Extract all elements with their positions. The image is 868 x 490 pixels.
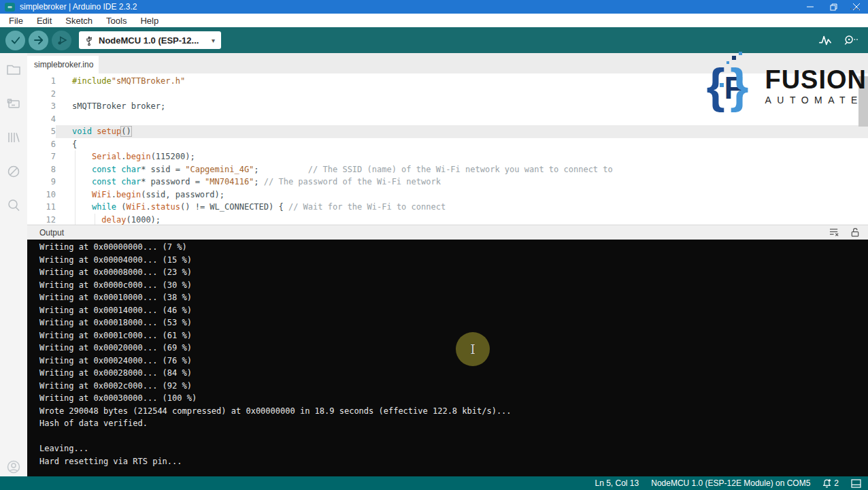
right-arrow-icon	[33, 34, 45, 46]
sketchbook-tab[interactable]	[5, 61, 22, 78]
board-port-status[interactable]: NodeMCU 1.0 (ESP-12E Module) on COM5	[651, 478, 810, 488]
console-line	[39, 430, 868, 443]
arduino-ide-window: ∞ simplebroker | Arduino IDE 2.3.2 File …	[0, 0, 868, 490]
activity-sidebar	[0, 53, 27, 476]
code-line: 9 const char* password = "MN704116"; // …	[27, 176, 868, 189]
code-line: 8 const char* ssid = "Capgemini_4G"; // …	[27, 163, 868, 176]
console-line: Wrote 290048 bytes (212544 compressed) a…	[39, 405, 868, 418]
code-line: 12 delay(1000);	[27, 214, 868, 225]
debug-icon	[56, 34, 68, 46]
search-icon	[5, 197, 22, 214]
library-manager-tab[interactable]	[5, 129, 22, 146]
editor-more-actions-icon[interactable]: ···	[850, 3, 861, 14]
code-line: 7 Serial.begin(115200);	[27, 150, 868, 163]
board-icon	[5, 95, 22, 112]
serial-plotter-icon	[818, 33, 833, 47]
output-panel-header: Output	[27, 225, 868, 240]
serial-plotter-button[interactable]	[818, 33, 833, 47]
toolbar: NodeMCU 1.0 (ESP-12... ▾	[0, 27, 868, 53]
console-line: Writing at 0x00020000... (69 %)	[39, 342, 868, 355]
menu-help[interactable]: Help	[133, 14, 165, 27]
console-line: Hard resetting via RTS pin...	[39, 455, 868, 468]
console-line: Writing at 0x00018000... (53 %)	[39, 316, 868, 329]
console-line: Writing at 0x0001c000... (61 %)	[39, 329, 868, 342]
console-line: Writing at 0x00030000... (100 %)	[39, 392, 868, 405]
titlebar: ∞ simplebroker | Arduino IDE 2.3.2	[0, 0, 868, 14]
console-line: Writing at 0x00028000... (84 %)	[39, 367, 868, 380]
restore-button[interactable]	[822, 0, 845, 14]
menu-file[interactable]: File	[2, 14, 30, 27]
tab-label: simplebroker.ino	[34, 60, 93, 69]
notification-count: 2	[834, 478, 839, 488]
code-line: 5void setup()	[27, 125, 868, 138]
verify-button[interactable]	[5, 31, 25, 50]
debug-disabled-icon	[5, 163, 22, 180]
check-icon	[10, 34, 22, 46]
boards-manager-tab[interactable]	[5, 95, 22, 112]
indent-guide	[75, 150, 76, 225]
fusion-automate-logo: { F } FUSION AUTOMATE	[706, 59, 867, 113]
console-line: Writing at 0x00010000... (38 %)	[39, 291, 868, 304]
arduino-app-icon: ∞	[5, 3, 15, 12]
console-line: Writing at 0x00014000... (46 %)	[39, 304, 868, 317]
output-title: Output	[39, 228, 64, 238]
menubar: File Edit Sketch Tools Help	[0, 14, 868, 27]
logo-sub-text: AUTOMATE	[765, 95, 867, 105]
debug-button[interactable]	[52, 31, 71, 50]
panel-layout-icon	[851, 479, 861, 488]
menu-sketch[interactable]: Sketch	[59, 14, 99, 27]
console-line: Leaving...	[39, 442, 868, 455]
search-tab[interactable]	[5, 197, 22, 214]
console-line: Writing at 0x00008000... (23 %)	[39, 266, 868, 279]
console-line: Writing at 0x00000000... (7 %)	[39, 241, 868, 254]
console-line: Hash of data verified.	[39, 417, 868, 430]
indent-guide	[95, 214, 95, 225]
notifications-button[interactable]: 2	[822, 478, 839, 488]
menu-tools[interactable]: Tools	[99, 14, 133, 27]
statusbar: Ln 5, Col 13 NodeMCU 1.0 (ESP-12E Module…	[0, 476, 868, 490]
output-console[interactable]: Writing at 0x00000000... (7 %)Writing at…	[27, 240, 868, 476]
upload-button[interactable]	[29, 31, 48, 50]
serial-monitor-icon	[842, 33, 858, 47]
fusion-logo-mark: { F }	[706, 59, 759, 113]
ibeam-cursor-icon: I	[470, 342, 475, 357]
menu-edit[interactable]: Edit	[30, 14, 59, 27]
debug-tab[interactable]	[5, 163, 22, 180]
chevron-down-icon: ▾	[212, 37, 215, 44]
cursor-position[interactable]: Ln 5, Col 13	[595, 478, 639, 488]
account-icon	[5, 459, 22, 475]
bell-icon	[822, 478, 831, 488]
logo-brace-right: }	[730, 59, 748, 113]
clear-output-icon[interactable]	[829, 227, 839, 238]
minimize-button[interactable]	[799, 0, 822, 14]
autoscroll-lock-icon[interactable]	[850, 227, 860, 238]
code-line: 6{	[27, 138, 868, 151]
books-icon	[5, 129, 22, 146]
folder-icon	[5, 61, 22, 78]
code-line: 10 WiFi.begin(ssid, password);	[27, 189, 868, 201]
account-button[interactable]	[5, 459, 22, 475]
code-line: 11 while (WiFi.status() != WL_CONNECTED)…	[27, 201, 868, 214]
console-line: Writing at 0x00004000... (15 %)	[39, 254, 868, 267]
toggle-panel-button[interactable]	[851, 479, 861, 488]
board-selector-label: NodeMCU 1.0 (ESP-12...	[99, 35, 199, 46]
code-line: 4	[27, 113, 868, 126]
logo-brand-text: FUSION	[765, 66, 867, 93]
console-line: Writing at 0x00024000... (76 %)	[39, 355, 868, 368]
console-line: Writing at 0x0002c000... (92 %)	[39, 380, 868, 393]
console-line: Writing at 0x0000c000... (30 %)	[39, 279, 868, 292]
serial-monitor-button[interactable]	[842, 33, 858, 47]
usb-icon	[85, 35, 93, 46]
window-title: simplebroker | Arduino IDE 2.3.2	[20, 2, 137, 12]
tab-simplebroker-ino[interactable]: simplebroker.ino	[27, 56, 99, 74]
board-selector[interactable]: NodeMCU 1.0 (ESP-12... ▾	[79, 31, 221, 49]
cursor-click-highlight: I	[456, 332, 490, 366]
